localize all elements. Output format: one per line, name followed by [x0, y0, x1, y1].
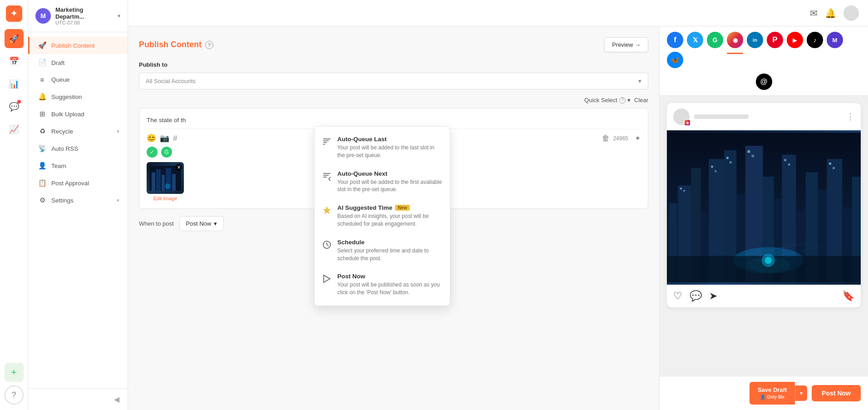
mastadon-icon[interactable]: M	[827, 32, 843, 48]
pinterest-icon[interactable]: P	[767, 32, 783, 48]
image-icon[interactable]: 📷	[160, 133, 169, 143]
preview-card: ◉ ⋮	[667, 103, 861, 307]
quick-select-help[interactable]: ?	[619, 97, 626, 104]
preview-avatar-platform-badge: ◉	[684, 119, 690, 126]
sidebar-item-publish[interactable]: 🚀 Publish Content	[28, 37, 128, 54]
sidebar-item-bulk-upload[interactable]: ⊞ Bulk Upload	[28, 105, 128, 123]
edit-sparkle-icon[interactable]: ✦	[635, 134, 641, 143]
publish-form: Publish Content ? Preview → Publish to A…	[128, 26, 659, 410]
collapse-icon: ◀	[114, 395, 119, 404]
draft-icon: 📄	[38, 59, 47, 67]
help-icon[interactable]: ?	[205, 41, 213, 49]
nav-help-icon[interactable]: ?	[5, 385, 24, 405]
sidebar-header-chevron[interactable]: ▾	[118, 13, 120, 19]
hashtag-icon[interactable]: #	[173, 134, 177, 143]
tiktok-icon[interactable]: ♪	[807, 32, 823, 48]
sidebar-item-suggestion[interactable]: 🔔 Suggestion	[28, 88, 128, 105]
org-timezone: UTC-07:00	[55, 20, 113, 25]
app-logo[interactable]: ✦	[6, 5, 22, 22]
sidebar-item-auto-rss-label: Auto RSS	[51, 145, 78, 152]
svg-marker-16	[323, 207, 330, 214]
settings-expand-icon[interactable]: ▾	[117, 198, 119, 203]
nav-calendar-icon[interactable]: 📅	[5, 52, 24, 71]
suggestion-icon: 🔔	[38, 93, 47, 101]
bookmark-icon[interactable]: 🔖	[842, 290, 854, 302]
social-icons-bar: f 𝕏 G ◉ in P ▶	[660, 26, 868, 96]
post-now-desc: Your post will be published as soon as y…	[337, 281, 443, 296]
edit-image-label[interactable]: Edit Image	[153, 196, 178, 201]
notifications-icon[interactable]: 🔔	[825, 8, 836, 19]
dropdown-item-auto-queue-next[interactable]: Auto-Queue Next Your post will be added …	[315, 165, 450, 199]
sidebar-item-auto-rss[interactable]: 📡 Auto RSS	[28, 140, 128, 157]
sidebar-item-draft[interactable]: 📄 Draft	[28, 54, 128, 71]
preview-card-header: ◉ ⋮	[667, 103, 861, 130]
status-icon-green2: G	[161, 147, 172, 158]
sidebar-item-draft-label: Draft	[51, 59, 64, 66]
quick-select-label: Quick Select ? ▾	[584, 97, 631, 104]
share-icon[interactable]: ➤	[709, 290, 717, 302]
org-info: Marketing Departm... UTC-07:00	[55, 6, 113, 25]
sidebar-item-recycle[interactable]: ♻ Recycle ▾	[28, 123, 128, 140]
sidebar-collapse-button[interactable]: ◀	[28, 388, 128, 410]
ai-suggested-content: AI Suggested Time New Based on AI insigh…	[337, 204, 443, 228]
twitter-icon[interactable]: 𝕏	[687, 32, 703, 48]
post-now-content: Post Now Your post will be published as …	[337, 273, 443, 296]
recycle-icon: ♻	[38, 127, 47, 135]
auto-queue-next-title: Auto-Queue Next	[337, 170, 443, 177]
instagram-icon[interactable]: ◉	[727, 32, 743, 48]
threads-icon[interactable]: @	[756, 74, 772, 90]
dropdown-item-schedule[interactable]: Schedule Select your preferred time and …	[315, 233, 450, 268]
svg-rect-43	[715, 170, 717, 173]
delete-icon[interactable]: 🗑	[602, 134, 610, 143]
dropdown-item-auto-queue-last[interactable]: Auto-Queue Last Your post will be added …	[315, 130, 450, 165]
city-illustration	[667, 130, 861, 285]
svg-rect-1	[152, 173, 155, 191]
linkedin-icon[interactable]: in	[747, 32, 763, 48]
publish-to-label: Publish to	[139, 61, 648, 68]
like-icon[interactable]: ♡	[673, 290, 682, 302]
preview-button[interactable]: Preview →	[604, 37, 648, 52]
sidebar-item-team[interactable]: 👤 Team	[28, 157, 128, 174]
nav-reports-icon[interactable]: 📈	[5, 120, 24, 139]
preview-actions: ♡ 💬 ➤	[673, 290, 717, 302]
svg-rect-48	[784, 159, 786, 161]
youtube-icon[interactable]: ▶	[787, 32, 803, 48]
save-draft-dropdown-button[interactable]: ▾	[795, 385, 807, 401]
post-approval-icon: 📋	[38, 179, 47, 187]
facebook-icon[interactable]: f	[667, 32, 683, 48]
sidebar-header[interactable]: M Marketing Departm... UTC-07:00 ▾	[28, 0, 128, 32]
sidebar-item-queue[interactable]: ≡ Queue	[28, 71, 128, 88]
messages-icon[interactable]: ✉	[810, 8, 818, 19]
quick-select-row: Quick Select ? ▾ Clear	[139, 97, 648, 104]
publish-title-text: Publish Content	[139, 40, 202, 49]
grammarly-icon[interactable]: G	[707, 32, 723, 48]
user-avatar[interactable]	[843, 5, 859, 21]
nav-inbox-icon[interactable]: 💬	[5, 97, 24, 116]
sidebar-item-settings[interactable]: ⚙ Settings ▾	[28, 192, 128, 209]
save-draft-button[interactable]: Save Draft 👤 Only Me	[750, 382, 795, 405]
nav-publish-icon[interactable]: 🚀	[5, 29, 24, 48]
comment-icon[interactable]: 💬	[690, 290, 702, 302]
svg-point-59	[764, 257, 772, 264]
nav-analytics-icon[interactable]: 📊	[5, 74, 24, 94]
preview-more-icon[interactable]: ⋮	[846, 112, 854, 122]
nav-add-icon[interactable]: +	[5, 363, 24, 382]
sidebar-item-post-approval[interactable]: 📋 Post Approval	[28, 174, 128, 192]
bluesky-icon[interactable]: 🦋	[667, 52, 683, 68]
post-now-chevron: ▾	[214, 220, 217, 227]
post-now-select[interactable]: Post Now ▾	[179, 216, 224, 231]
sidebar-item-queue-label: Queue	[51, 76, 70, 83]
quick-select-chevron[interactable]: ▾	[627, 97, 631, 104]
clear-button[interactable]: Clear	[634, 97, 648, 104]
svg-rect-47	[751, 155, 754, 158]
status-icon-green: ✓	[147, 147, 158, 158]
post-now-button[interactable]: Post Now	[812, 385, 861, 401]
dropdown-item-post-now[interactable]: Post Now Your post will be published as …	[315, 267, 450, 302]
top-bar: ✉ 🔔	[128, 0, 868, 26]
recycle-expand-icon[interactable]: ▾	[117, 128, 119, 134]
bulk-upload-icon: ⊞	[38, 110, 47, 118]
schedule-title: Schedule	[337, 239, 443, 246]
dropdown-item-ai-suggested[interactable]: AI Suggested Time New Based on AI insigh…	[315, 199, 450, 233]
emoji-icon[interactable]: 😊	[147, 133, 156, 143]
social-accounts-select[interactable]: All Social Accounts ▾	[139, 73, 648, 89]
